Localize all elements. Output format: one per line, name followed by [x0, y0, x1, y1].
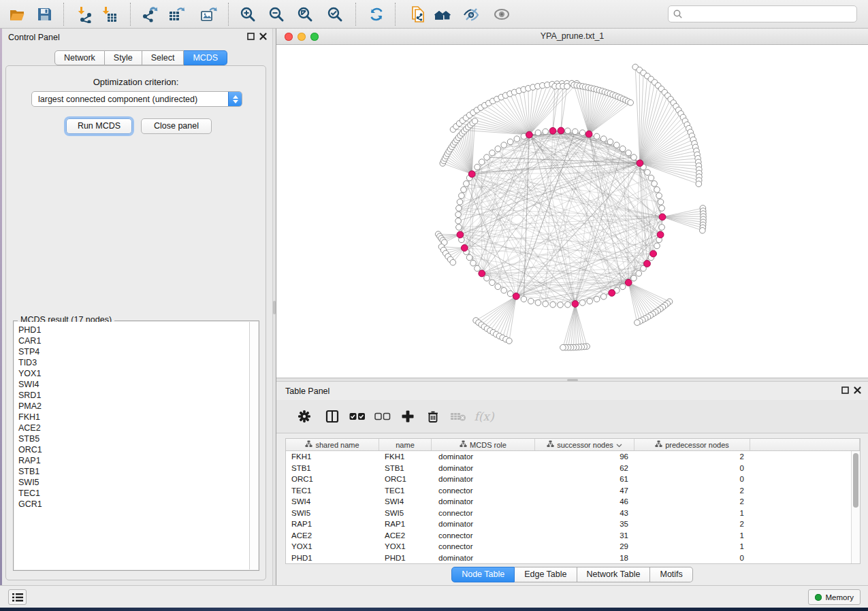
network-node[interactable]	[696, 181, 702, 187]
network-node[interactable]	[459, 193, 465, 199]
network-node[interactable]	[521, 296, 527, 302]
table-scrollbar[interactable]	[851, 451, 860, 563]
network-node[interactable]	[475, 164, 481, 170]
network-node[interactable]	[455, 212, 462, 218]
network-node[interactable]	[558, 302, 564, 308]
network-node[interactable]	[587, 298, 593, 304]
search-input[interactable]	[684, 7, 856, 21]
scrollbar-thumb[interactable]	[853, 453, 858, 508]
network-node[interactable]	[631, 154, 637, 161]
table-row[interactable]: STB1STB1dominator620	[286, 463, 851, 474]
save-session-icon[interactable]	[33, 4, 55, 24]
mcds-node[interactable]	[657, 231, 664, 238]
table-row[interactable]: FKH1FKH1dominator962	[286, 451, 851, 463]
network-node[interactable]	[457, 199, 463, 205]
column-header-shared-name[interactable]: shared name	[286, 439, 379, 450]
mcds-node[interactable]	[468, 171, 475, 178]
mcds-node[interactable]	[461, 245, 468, 252]
network-node[interactable]	[456, 225, 462, 231]
splitter-grip[interactable]	[273, 301, 276, 314]
table-row[interactable]: ACE2ACE2connector311	[286, 530, 851, 542]
network-node[interactable]	[466, 254, 472, 261]
network-node[interactable]	[489, 280, 496, 286]
export-network-icon[interactable]	[139, 4, 161, 24]
network-node[interactable]	[565, 301, 571, 308]
column-header-name[interactable]: name	[379, 439, 432, 450]
network-canvas[interactable]	[276, 45, 868, 378]
network-node[interactable]	[550, 301, 556, 308]
network-node[interactable]	[654, 186, 660, 193]
mcds-result-item[interactable]: STB5	[14, 433, 249, 444]
tab-select[interactable]: Select	[142, 50, 184, 65]
mcds-result-item[interactable]: STB1	[14, 466, 249, 477]
mcds-result-item[interactable]: YOX1	[14, 368, 249, 379]
mcds-result-item[interactable]: ORC1	[14, 444, 249, 455]
add-row-icon[interactable]	[396, 405, 419, 428]
import-network-icon[interactable]	[74, 4, 96, 24]
mcds-result-item[interactable]: CAR1	[14, 335, 249, 346]
network-node[interactable]	[479, 159, 485, 165]
network-node[interactable]	[507, 338, 513, 344]
tab-network[interactable]: Network	[54, 50, 105, 65]
clone-network-icon[interactable]	[407, 4, 429, 24]
tab-motifs[interactable]: Motifs	[650, 567, 692, 582]
mcds-result-item[interactable]: SWI4	[14, 379, 249, 390]
close-panel-icon[interactable]	[854, 386, 861, 394]
task-history-button[interactable]	[8, 589, 27, 605]
network-node[interactable]	[614, 142, 620, 148]
network-node[interactable]	[535, 130, 541, 136]
network-node[interactable]	[652, 181, 658, 187]
network-node[interactable]	[464, 181, 470, 187]
table-row[interactable]: ORC1ORC1dominator610	[286, 474, 851, 485]
table-row[interactable]: SWI5SWI5connector431	[286, 508, 851, 519]
delete-row-icon[interactable]	[421, 405, 445, 428]
network-node[interactable]	[658, 199, 664, 205]
network-node[interactable]	[654, 243, 660, 249]
network-node[interactable]	[600, 136, 607, 142]
network-node[interactable]	[456, 205, 462, 212]
mcds-node[interactable]	[513, 293, 519, 300]
export-image-icon[interactable]	[197, 4, 219, 24]
mcds-result-item[interactable]: RAP1	[14, 455, 249, 466]
network-node[interactable]	[631, 276, 637, 282]
tab-edge-table[interactable]: Edge Table	[515, 567, 577, 582]
mcds-node[interactable]	[650, 250, 657, 257]
mcds-node[interactable]	[558, 127, 564, 134]
network-node[interactable]	[528, 298, 534, 304]
mcds-result-item[interactable]: SRD1	[14, 390, 249, 401]
zoom-out-icon[interactable]	[266, 4, 287, 24]
tab-network-table[interactable]: Network Table	[577, 567, 651, 582]
network-node[interactable]	[620, 146, 626, 152]
mcds-result-item[interactable]: PHD1	[14, 325, 249, 335]
mcds-result-item[interactable]: GCR1	[14, 499, 249, 510]
tab-style[interactable]: Style	[105, 50, 142, 65]
mcds-node[interactable]	[659, 214, 666, 220]
select-all-icon[interactable]	[346, 405, 369, 428]
mcds-result-item[interactable]: TID3	[14, 357, 249, 368]
mcds-result-item[interactable]: TEC1	[14, 488, 249, 499]
splitter-grip[interactable]	[567, 379, 578, 381]
network-node[interactable]	[484, 154, 490, 161]
network-node[interactable]	[507, 139, 513, 145]
network-node[interactable]	[455, 218, 462, 224]
network-node[interactable]	[579, 300, 585, 306]
network-node[interactable]	[620, 284, 626, 290]
mcds-node[interactable]	[609, 290, 615, 297]
refresh-layout-icon[interactable]	[366, 4, 387, 24]
column-header-successor-nodes[interactable]: successor nodes	[535, 439, 634, 450]
mcds-result-item[interactable]: FKH1	[14, 412, 249, 423]
network-node[interactable]	[645, 169, 651, 176]
network-node[interactable]	[564, 84, 570, 90]
network-node[interactable]	[634, 320, 641, 326]
zoom-fit-icon[interactable]	[294, 4, 316, 24]
column-header-predecessor-nodes[interactable]: predecessor nodes	[634, 439, 750, 450]
network-node[interactable]	[648, 175, 654, 181]
mcds-node[interactable]	[457, 231, 464, 238]
settings-icon[interactable]	[293, 405, 316, 428]
network-node[interactable]	[659, 205, 665, 212]
network-node[interactable]	[489, 150, 496, 156]
zoom-in-icon[interactable]	[237, 4, 259, 24]
mcds-node[interactable]	[625, 279, 632, 286]
network-node[interactable]	[579, 130, 585, 136]
mcds-result-item[interactable]: PMA2	[14, 401, 249, 412]
